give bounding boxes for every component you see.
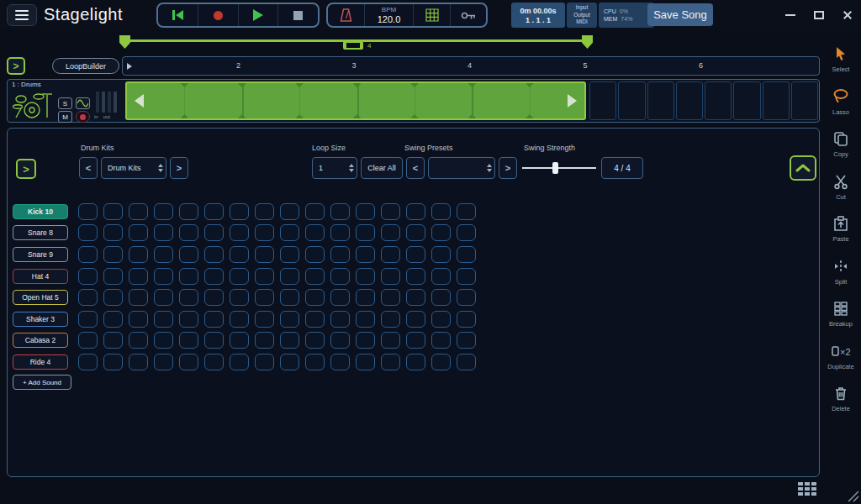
drum-row-label[interactable]: Ride 4: [13, 354, 68, 370]
step-cell[interactable]: [280, 224, 299, 241]
step-cell[interactable]: [330, 246, 350, 263]
step-cell[interactable]: [406, 311, 425, 328]
step-cell[interactable]: [154, 268, 173, 285]
step-cell[interactable]: [406, 224, 425, 241]
record-button[interactable]: [198, 4, 239, 26]
step-cell[interactable]: [78, 224, 98, 241]
empty-loop-slot[interactable]: [733, 81, 760, 120]
step-cell[interactable]: [406, 203, 425, 220]
step-cell[interactable]: [204, 224, 224, 241]
waveform-button[interactable]: [76, 97, 90, 109]
step-cell[interactable]: [255, 332, 274, 349]
step-cell[interactable]: [103, 354, 123, 370]
swing-strength-slider[interactable]: [522, 160, 596, 176]
empty-loop-slot[interactable]: [676, 81, 703, 120]
step-cell[interactable]: [78, 354, 98, 370]
step-cell[interactable]: [230, 246, 249, 263]
stepper-arrows-icon[interactable]: [158, 164, 163, 172]
step-cell[interactable]: [230, 354, 249, 370]
step-cell[interactable]: [280, 354, 299, 370]
drum-row-label[interactable]: Snare 9: [13, 247, 68, 262]
step-cell[interactable]: [431, 311, 451, 328]
step-cell[interactable]: [129, 268, 148, 285]
step-cell[interactable]: [129, 289, 148, 306]
step-cell[interactable]: [103, 289, 123, 306]
step-cell[interactable]: [406, 246, 425, 263]
step-cell[interactable]: [179, 203, 198, 220]
step-cell[interactable]: [230, 224, 249, 241]
step-cell[interactable]: [255, 354, 274, 370]
step-cell[interactable]: [154, 224, 173, 241]
step-cell[interactable]: [431, 203, 451, 220]
step-cell[interactable]: [381, 332, 400, 349]
step-cell[interactable]: [179, 246, 198, 263]
step-cell[interactable]: [356, 289, 375, 306]
step-cell[interactable]: [330, 203, 350, 220]
window-close-button[interactable]: [837, 6, 858, 24]
step-cell[interactable]: [255, 203, 274, 220]
mute-button[interactable]: M: [58, 111, 72, 123]
step-cell[interactable]: [179, 354, 198, 370]
empty-loop-slot[interactable]: [763, 81, 790, 120]
step-cell[interactable]: [129, 332, 148, 349]
step-cell[interactable]: [204, 311, 224, 328]
editor-collapse-button[interactable]: [790, 155, 816, 181]
step-cell[interactable]: [179, 289, 198, 306]
drum-kit-dropdown[interactable]: Drum Kits: [101, 157, 166, 179]
bpm-display[interactable]: BPM 120.0: [365, 4, 414, 26]
step-cell[interactable]: [457, 268, 476, 285]
step-cell[interactable]: [356, 224, 375, 241]
clip-extend-right-icon[interactable]: [568, 94, 577, 108]
step-cell[interactable]: [381, 289, 400, 306]
drum-kit-icon[interactable]: [10, 89, 54, 124]
step-cell[interactable]: [431, 332, 451, 349]
metronome-button[interactable]: [328, 4, 365, 26]
loop-size-dropdown[interactable]: 1: [312, 157, 357, 179]
drum-row-label[interactable]: Open Hat 5: [13, 290, 68, 305]
window-minimize-button[interactable]: [780, 6, 800, 24]
grid-quantize-button[interactable]: [414, 4, 451, 26]
window-resize-handle[interactable]: [846, 489, 859, 502]
step-cell[interactable]: [129, 224, 148, 241]
step-cell[interactable]: [457, 332, 476, 349]
drum-clip[interactable]: [125, 81, 586, 120]
step-cell[interactable]: [406, 289, 425, 306]
step-cell[interactable]: [78, 289, 98, 306]
step-cell[interactable]: [305, 311, 325, 328]
step-cell[interactable]: [204, 268, 224, 285]
step-cell[interactable]: [255, 246, 274, 263]
swing-preset-prev-button[interactable]: <: [406, 157, 425, 179]
skip-to-start-button[interactable]: [158, 4, 198, 26]
step-cell[interactable]: [78, 203, 98, 220]
loop-region-icon[interactable]: [343, 41, 363, 50]
step-cell[interactable]: [255, 311, 274, 328]
step-cell[interactable]: [230, 203, 249, 220]
step-cell[interactable]: [78, 332, 98, 349]
step-cell[interactable]: [305, 268, 325, 285]
step-cell[interactable]: [431, 224, 451, 241]
tool-split[interactable]: Split: [821, 256, 861, 299]
step-cell[interactable]: [154, 246, 173, 263]
timeline-ruler[interactable]: 23456: [122, 56, 820, 76]
step-cell[interactable]: [457, 224, 476, 241]
step-cell[interactable]: [204, 203, 224, 220]
step-cell[interactable]: [305, 246, 325, 263]
step-cell[interactable]: [305, 332, 325, 349]
step-cell[interactable]: [179, 224, 198, 241]
key-scale-button[interactable]: [451, 4, 486, 26]
drum-row-label[interactable]: Cabasa 2: [13, 333, 68, 348]
step-cell[interactable]: [457, 246, 476, 263]
step-cell[interactable]: [330, 311, 350, 328]
step-cell[interactable]: [78, 246, 98, 263]
empty-loop-slot[interactable]: [618, 81, 645, 120]
empty-loop-slot[interactable]: [705, 81, 732, 120]
step-cell[interactable]: [103, 311, 123, 328]
matrix-view-toggle-button[interactable]: [797, 481, 817, 496]
drum-kit-next-button[interactable]: >: [170, 157, 188, 179]
step-cell[interactable]: [457, 311, 476, 328]
step-cell[interactable]: [381, 311, 400, 328]
tool-breakup[interactable]: Breakup: [821, 298, 861, 341]
expand-left-panel-button[interactable]: >: [7, 57, 25, 75]
step-cell[interactable]: [103, 268, 123, 285]
step-cell[interactable]: [280, 311, 299, 328]
